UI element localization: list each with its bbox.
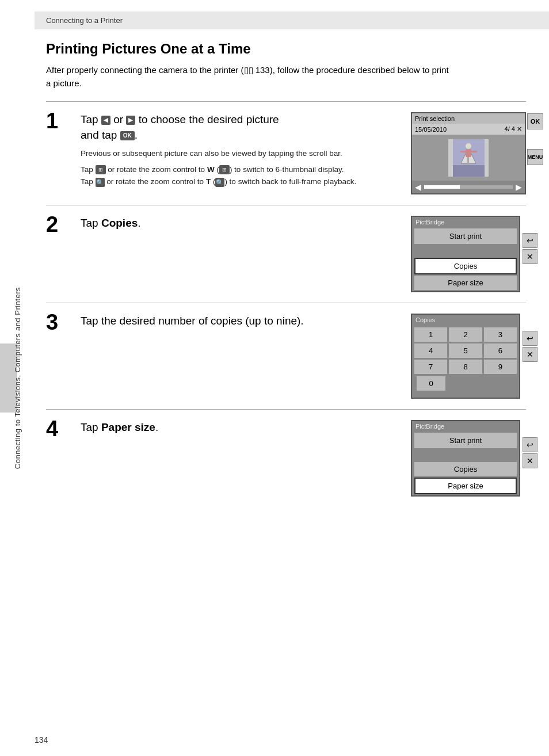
- svg-rect-6: [460, 151, 466, 152]
- step-1-heading: Tap ◀ or ▶ to choose the desired picture…: [81, 112, 399, 143]
- pb-side-buttons-2: ↩ ✕: [523, 437, 537, 468]
- pb-copies-2: Copies: [414, 462, 517, 476]
- step-4-section: 4 Tap Paper size. PictBridge Start print…: [46, 409, 526, 507]
- photo-svg: [453, 139, 485, 177]
- copies-zero-row: 0: [412, 376, 519, 395]
- pictbridge-screen-1: PictBridge Start print Copies Paper size: [411, 216, 520, 292]
- step-1-content: Tap ◀ or ▶ to choose the desired picture…: [81, 112, 399, 192]
- page-title: Printing Pictures One at a Time: [46, 41, 526, 57]
- copies-btn-5: 5: [449, 343, 482, 358]
- copies-btn-8: 8: [449, 360, 482, 374]
- copies-x-btn: ✕: [523, 347, 537, 362]
- print-selection-screen: Print selection 15/05/2010 4/ 4 ✕: [411, 112, 526, 194]
- copies-btn-1: 1: [414, 327, 447, 342]
- pictbridge-screen-2: PictBridge Start print Copies Paper size: [411, 420, 520, 497]
- menu-button-ui: MENU: [527, 149, 543, 165]
- ui-label: Print selection: [415, 115, 455, 122]
- step-2-number: 2: [46, 213, 69, 235]
- step-3-ui-wrapper: Copies 1 2 3 4 5 6 7 8 9 0: [411, 314, 520, 399]
- wide-icon: ⊞: [219, 165, 230, 174]
- sidebar-label: Connecting to Televisions, Computers and…: [13, 287, 22, 469]
- step-4-number: 4: [46, 418, 69, 440]
- step-4-content: Tap Paper size.: [81, 420, 399, 440]
- step-2-content: Tap Copies.: [81, 216, 399, 236]
- pb-copies-highlighted: Copies: [414, 258, 517, 274]
- tele-icon: 🔍: [215, 178, 224, 187]
- ui-bottom-bar: ◀ ▶: [412, 181, 525, 193]
- ui-progress-bar: [424, 185, 513, 189]
- ok-button-ui: OK: [527, 113, 543, 129]
- or-text: or: [113, 113, 126, 125]
- photo-thumbnail: [448, 139, 489, 177]
- pb-x-button-2: ✕: [523, 453, 537, 468]
- step-1-body: Previous or subsequent picture can also …: [81, 147, 357, 188]
- breadcrumb: Connecting to a Printer: [46, 16, 123, 25]
- ui-top-bar: Print selection: [412, 113, 525, 124]
- ref-icon: ▯▯: [244, 65, 253, 75]
- pb-paper-size-1: Paper size: [414, 276, 517, 290]
- step-3-section: 3 Tap the desired number of copies (up t…: [46, 303, 526, 409]
- step-1-number: 1: [46, 110, 69, 132]
- copies-screen: Copies 1 2 3 4 5 6 7 8 9 0: [411, 314, 520, 399]
- pb-back-button-1: ↩: [523, 233, 537, 248]
- step-2-section: 2 Tap Copies. PictBridge Start print Cop…: [46, 205, 526, 303]
- step-1-image: Print selection 15/05/2010 4/ 4 ✕: [411, 112, 526, 194]
- pb-x-button-1: ✕: [523, 249, 537, 264]
- copies-btn-7: 7: [414, 360, 447, 374]
- step-1-body-p1: Previous or subsequent picture can also …: [81, 147, 357, 160]
- copies-bold: Copies: [101, 217, 138, 229]
- copies-btn-6: 6: [484, 343, 517, 358]
- step-3-heading: Tap the desired number of copies (up to …: [81, 314, 399, 329]
- intro-text: After properly connecting the camera to …: [46, 64, 449, 90]
- step-3-image: Copies 1 2 3 4 5 6 7 8 9 0: [411, 314, 526, 399]
- step-3-number: 3: [46, 311, 69, 333]
- copies-grid: 1 2 3 4 5 6 7 8 9: [412, 325, 519, 376]
- ui-photo-area: [412, 135, 525, 181]
- svg-rect-5: [466, 149, 471, 157]
- step-4-heading: Tap Paper size.: [81, 420, 399, 436]
- pb-spacer-1: [412, 245, 519, 257]
- svg-rect-7: [471, 151, 477, 152]
- copies-btn-3: 3: [484, 327, 517, 342]
- pb-start-print-1: Start print: [414, 228, 517, 244]
- sidebar: Connecting to Televisions, Computers and…: [0, 0, 35, 756]
- step-4-image: PictBridge Start print Copies Paper size…: [411, 420, 526, 497]
- copies-back-btn: ↩: [523, 331, 537, 346]
- right-arrow-icon: ▶: [126, 116, 135, 125]
- page-number: 134: [35, 735, 48, 744]
- copies-header: Copies: [412, 315, 519, 325]
- pb-spacer-2: [412, 449, 519, 461]
- step-2-image: PictBridge Start print Copies Paper size…: [411, 216, 526, 292]
- ok-icon: OK: [120, 131, 135, 140]
- pb-paper-size-selected: Paper size: [414, 478, 517, 494]
- copies-btn-9: 9: [484, 360, 517, 374]
- main-content: Connecting to a Printer Printing Picture…: [35, 0, 549, 530]
- step-2-ui-wrapper: PictBridge Start print Copies Paper size…: [411, 216, 520, 292]
- pb-start-print-2: Start print: [414, 433, 517, 448]
- left-arrow-icon: ◀: [101, 116, 110, 125]
- step-4-ui-wrapper: PictBridge Start print Copies Paper size…: [411, 420, 520, 497]
- copies-side-btns: ↩ ✕: [523, 331, 537, 362]
- ui-right-buttons: OK MENU: [527, 113, 543, 165]
- paper-size-bold: Paper size: [101, 421, 155, 433]
- ui-right-arrow: ▶: [516, 182, 522, 192]
- step-1-ui-wrapper: Print selection 15/05/2010 4/ 4 ✕: [411, 112, 526, 194]
- ui-date: 15/05/2010: [415, 126, 447, 133]
- ui-progress-fill: [424, 185, 460, 189]
- pb-back-button-2: ↩: [523, 437, 537, 452]
- grid-icon: ⊞: [96, 165, 106, 174]
- pb-side-buttons-1: ↩ ✕: [523, 233, 537, 264]
- svg-rect-1: [453, 165, 485, 177]
- pb-header-2: PictBridge: [412, 421, 519, 432]
- pb-header-1: PictBridge: [412, 217, 519, 227]
- ui-counter: 4/ 4 ✕: [505, 125, 522, 133]
- copies-btn-0: 0: [417, 376, 445, 391]
- svg-point-4: [466, 143, 471, 149]
- copies-btn-4: 4: [414, 343, 447, 358]
- header-bar: Connecting to a Printer: [35, 12, 549, 29]
- step-1-body-p2: Tap ⊞ or rotate the zoom control to W (⊞…: [81, 163, 357, 188]
- zoom-icon: 🔍: [96, 178, 105, 187]
- step-3-content: Tap the desired number of copies (up to …: [81, 314, 399, 334]
- step-1-section: 1 Tap ◀ or ▶ to choose the desired pictu…: [46, 101, 526, 205]
- ui-left-arrow: ◀: [415, 182, 421, 192]
